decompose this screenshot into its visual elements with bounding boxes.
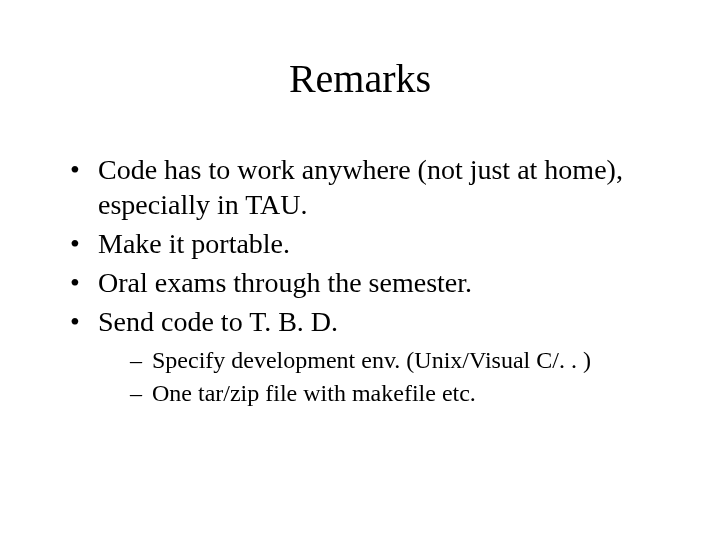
bullet-item: Oral exams through the semester.: [70, 265, 660, 300]
bullet-item: Send code to T. B. D. Specify developmen…: [70, 304, 660, 409]
slide-title: Remarks: [60, 55, 660, 102]
bullet-item: Code has to work anywhere (not just at h…: [70, 152, 660, 222]
bullet-item: Make it portable.: [70, 226, 660, 261]
sub-bullet-list: Specify development env. (Unix/Visual C/…: [98, 345, 660, 409]
bullet-text: Send code to T. B. D.: [98, 306, 338, 337]
sub-bullet-item: Specify development env. (Unix/Visual C/…: [130, 345, 660, 376]
sub-bullet-item: One tar/zip file with makefile etc.: [130, 378, 660, 409]
main-bullet-list: Code has to work anywhere (not just at h…: [60, 152, 660, 409]
